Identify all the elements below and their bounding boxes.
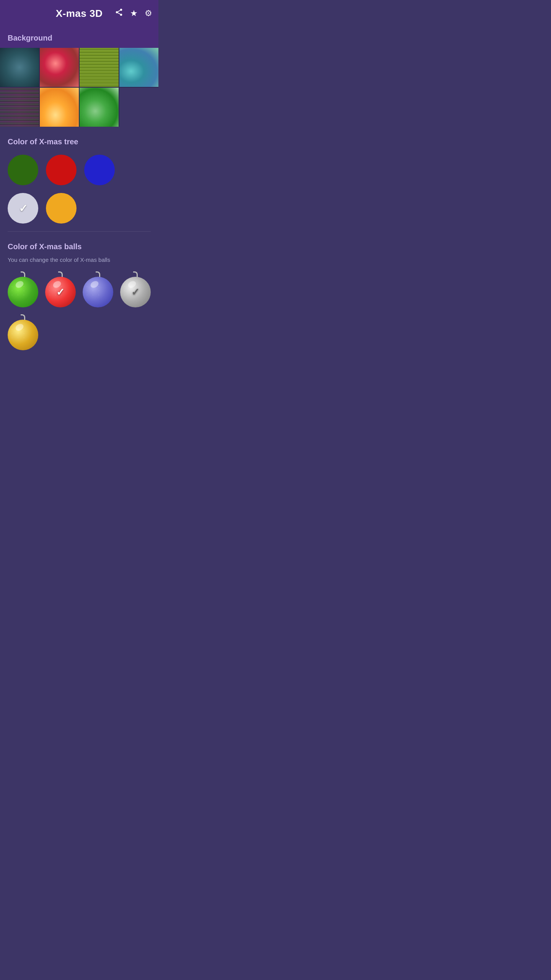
app-header: X-mas 3D ★ ⚙ <box>0 0 158 27</box>
share-icon[interactable] <box>115 8 123 19</box>
balls-subtitle: You can change the color of X-mas balls <box>8 256 151 263</box>
ball-ornament-green <box>8 277 38 307</box>
ball-ornament-silver: ✓ <box>120 277 151 307</box>
star-icon[interactable]: ★ <box>130 8 138 18</box>
balls-title: Color of X-mas balls <box>8 242 151 251</box>
main-content: Background <box>0 27 158 358</box>
background-label: Background <box>0 27 158 48</box>
bg-tile-empty <box>119 88 158 127</box>
bg-tile-6[interactable] <box>40 88 79 127</box>
tree-color-red[interactable] <box>46 155 77 185</box>
bg-tile-7[interactable] <box>80 88 119 127</box>
svg-line-3 <box>118 13 120 14</box>
bg-tile-5[interactable] <box>0 88 39 127</box>
ball-red[interactable]: ✓ <box>45 271 76 307</box>
ball-check-red: ✓ <box>56 286 65 298</box>
background-grid <box>0 48 158 127</box>
header-actions: ★ ⚙ <box>115 8 152 19</box>
balls-row: ✓ ✓ <box>8 271 151 350</box>
ball-ornament-gold <box>8 320 38 350</box>
background-section: Background <box>0 27 158 127</box>
app-title: X-mas 3D <box>56 8 103 20</box>
balls-section: Color of X-mas balls You can change the … <box>0 232 158 358</box>
ball-blue[interactable] <box>83 271 113 307</box>
svg-point-0 <box>120 9 122 11</box>
bg-tile-2[interactable] <box>40 48 79 87</box>
tree-color-title: Color of X-mas tree <box>8 137 151 146</box>
ball-ornament-red: ✓ <box>45 277 76 307</box>
svg-point-2 <box>120 14 122 16</box>
svg-point-1 <box>116 11 118 13</box>
svg-line-4 <box>118 10 120 12</box>
tree-color-yellow[interactable] <box>46 193 77 224</box>
ball-ornament-blue <box>83 277 113 307</box>
settings-icon[interactable]: ⚙ <box>145 8 152 18</box>
tree-color-white[interactable] <box>8 193 38 224</box>
ball-gold[interactable] <box>8 314 38 350</box>
tree-color-green[interactable] <box>8 155 38 185</box>
tree-color-blue[interactable] <box>84 155 115 185</box>
ball-green[interactable] <box>8 271 38 307</box>
bg-tile-4[interactable] <box>119 48 158 87</box>
bg-tile-3[interactable] <box>80 48 119 87</box>
tree-color-row <box>8 155 151 224</box>
bg-tile-1[interactable] <box>0 48 39 87</box>
tree-color-section: Color of X-mas tree <box>0 127 158 231</box>
ball-check-silver: ✓ <box>131 286 140 298</box>
ball-silver[interactable]: ✓ <box>120 271 151 307</box>
